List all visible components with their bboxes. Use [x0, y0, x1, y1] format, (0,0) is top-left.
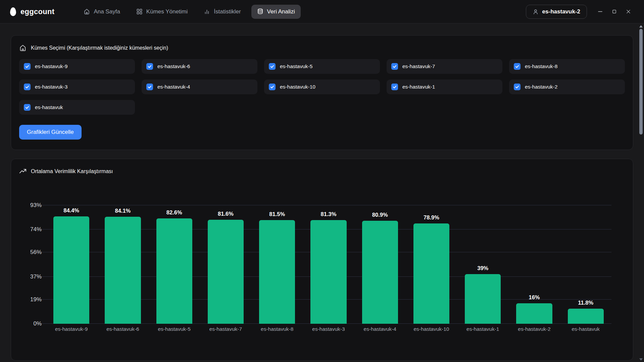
user-badge[interactable]: es-hastavuk-2: [526, 5, 587, 19]
bar: [208, 220, 244, 324]
x-axis-tick-label: es-hastavuk-3: [303, 326, 354, 332]
checkbox-checked-icon[interactable]: [269, 84, 276, 90]
cluster-checkbox-item[interactable]: es-hastavuk-6: [142, 59, 257, 74]
egg-logo-icon: [10, 7, 16, 16]
bar: [362, 221, 398, 324]
x-axis-tick-label: es-hastavuk-6: [97, 326, 148, 332]
bar: [53, 216, 89, 324]
cluster-checkbox-grid: es-hastavuk-9es-hastavuk-6es-hastavuk-5e…: [19, 59, 625, 115]
y-axis-labels: 0%19%37%56%74%93%: [19, 205, 46, 324]
nav-label: Ana Sayfa: [94, 8, 120, 15]
main-nav: Ana Sayfa Kümes Yönetimi İstatistikler V…: [78, 5, 300, 19]
bar-slot: 78.9%: [406, 205, 457, 324]
bar-value-label: 39%: [457, 265, 508, 271]
bar-chart-icon: [204, 8, 210, 15]
cluster-checkbox-label: es-hastavuk-6: [157, 63, 190, 69]
cluster-checkbox-label: es-hastavuk-9: [35, 63, 67, 69]
bar-series: 84.4%84.1%82.6%81.6%81.5%81.3%80.9%78.9%…: [46, 205, 611, 324]
x-axis-tick-label: es-hastavuk-4: [354, 326, 406, 332]
title-bar: eggcount Ana Sayfa Kümes Yönetimi İstati…: [0, 0, 644, 23]
cluster-checkbox-item[interactable]: es-hastavuk-1: [387, 80, 502, 94]
x-axis-tick-label: es-hastavuk-9: [46, 326, 97, 332]
bar-chart: 0%19%37%56%74%93% 84.4%84.1%82.6%81.6%81…: [19, 205, 611, 332]
scroll-down-arrow-icon[interactable]: [639, 358, 643, 361]
bar-value-label: 81.6%: [200, 211, 251, 217]
bar-slot: 84.1%: [97, 205, 148, 324]
scroll-up-arrow-icon[interactable]: [639, 25, 643, 28]
cluster-checkbox-label: es-hastavuk-3: [35, 84, 67, 90]
x-axis-labels: es-hastavuk-9es-hastavuk-6es-hastavuk-5e…: [46, 326, 611, 332]
minimize-button[interactable]: [594, 6, 606, 17]
bar: [516, 303, 552, 324]
plot-area: 84.4%84.1%82.6%81.6%81.5%81.3%80.9%78.9%…: [46, 205, 611, 324]
home-icon: [19, 44, 27, 52]
trending-up-icon: [19, 168, 27, 175]
bar-value-label: 84.4%: [46, 207, 97, 214]
checkbox-checked-icon[interactable]: [146, 84, 153, 90]
cluster-checkbox-item[interactable]: es-hastavuk-9: [19, 59, 135, 74]
x-axis-tick-label: es-hastavuk-2: [508, 326, 560, 332]
close-button[interactable]: [623, 6, 634, 17]
nav-item-kumes-yonetimi[interactable]: Kümes Yönetimi: [131, 5, 193, 19]
cluster-checkbox-label: es-hastavuk-4: [157, 84, 190, 90]
maximize-button[interactable]: [608, 6, 620, 17]
nav-label: İstatistikler: [214, 8, 241, 15]
cluster-checkbox-item[interactable]: es-hastavuk-4: [142, 80, 257, 94]
checkbox-checked-icon[interactable]: [24, 104, 31, 111]
x-axis-tick-label: es-hastavuk-1: [457, 326, 508, 332]
bar-slot: 81.5%: [251, 205, 303, 324]
checkbox-checked-icon[interactable]: [391, 63, 398, 70]
chart-title: Ortalama Verimlilik Karşılaştırması: [31, 168, 113, 174]
chart-header: Ortalama Verimlilik Karşılaştırması: [19, 168, 625, 175]
cluster-checkbox-item[interactable]: es-hastavuk-5: [264, 59, 380, 74]
y-axis-tick-label: 37%: [30, 273, 42, 280]
bar-slot: 80.9%: [354, 205, 406, 324]
y-axis-tick-label: 0%: [33, 320, 42, 327]
grid-icon: [136, 8, 143, 15]
checkbox-checked-icon[interactable]: [514, 84, 521, 90]
cluster-checkbox-label: es-hastavuk-8: [525, 63, 557, 69]
cluster-checkbox-label: es-hastavuk-7: [402, 63, 435, 69]
checkbox-checked-icon[interactable]: [391, 84, 398, 90]
app-title: eggcount: [20, 7, 54, 16]
cluster-checkbox-item[interactable]: es-hastavuk-7: [387, 59, 502, 74]
bar-value-label: 81.3%: [303, 211, 354, 217]
app-logo: eggcount: [10, 7, 54, 16]
bar-value-label: 11.8%: [560, 300, 611, 306]
checkbox-checked-icon[interactable]: [514, 63, 521, 70]
nav-item-veri-analizi[interactable]: Veri Analizi: [251, 5, 301, 19]
cluster-checkbox-item[interactable]: es-hastavuk-2: [509, 80, 625, 94]
cluster-checkbox-item[interactable]: es-hastavuk-3: [19, 80, 135, 94]
bar-slot: 11.8%: [560, 205, 611, 324]
bar-value-label: 78.9%: [406, 214, 457, 221]
home-icon: [84, 8, 90, 15]
bar-value-label: 16%: [508, 294, 560, 301]
nav-item-ana-sayfa[interactable]: Ana Sayfa: [78, 5, 126, 19]
bar: [310, 220, 346, 324]
user-icon: [533, 9, 539, 15]
scrollbar-thumb[interactable]: [639, 29, 643, 135]
checkbox-checked-icon[interactable]: [146, 63, 153, 70]
cluster-selection-title: Kümes Seçimi (Karşılaştırmak istediğiniz…: [31, 45, 168, 51]
checkbox-checked-icon[interactable]: [24, 63, 31, 70]
cluster-selection-header: Kümes Seçimi (Karşılaştırmak istediğiniz…: [19, 44, 625, 52]
x-axis-tick-label: es-hastavuk: [560, 326, 611, 332]
nav-item-istatistikler[interactable]: İstatistikler: [198, 5, 246, 19]
vertical-scrollbar[interactable]: [638, 23, 644, 362]
checkbox-checked-icon[interactable]: [269, 63, 276, 70]
update-charts-button[interactable]: Grafikleri Güncelle: [19, 125, 82, 140]
nav-label: Kümes Yönetimi: [146, 8, 188, 15]
cluster-checkbox-label: es-hastavuk: [35, 104, 63, 110]
bar-slot: 82.6%: [149, 205, 200, 324]
cluster-checkbox-item[interactable]: es-hastavuk-10: [264, 80, 380, 94]
cluster-checkbox-item[interactable]: es-hastavuk: [19, 100, 135, 115]
bar: [465, 274, 501, 324]
cluster-checkbox-item[interactable]: es-hastavuk-8: [509, 59, 625, 74]
x-axis-tick-label: es-hastavuk-8: [251, 326, 303, 332]
nav-label: Veri Analizi: [267, 8, 295, 15]
bar-slot: 81.6%: [200, 205, 251, 324]
bar-value-label: 80.9%: [354, 212, 406, 218]
checkbox-checked-icon[interactable]: [24, 84, 31, 90]
cluster-checkbox-label: es-hastavuk-5: [280, 63, 312, 69]
database-icon: [257, 8, 263, 15]
